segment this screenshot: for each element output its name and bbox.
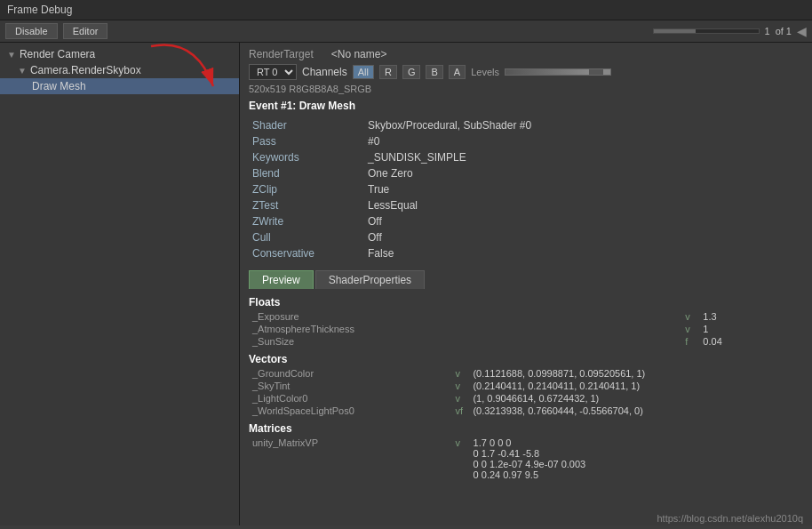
- pagination-thumb: [654, 29, 696, 33]
- prop-val: #0: [364, 133, 803, 149]
- prop-key: Shader: [249, 117, 364, 133]
- right-panel: RenderTarget <No name> RT 0 Channels All…: [240, 43, 812, 525]
- pagination-track[interactable]: [653, 28, 760, 34]
- title-bar-label: Frame Debug: [7, 4, 72, 16]
- prop-val: False: [364, 245, 803, 261]
- list-item: _GroundColorv(0.1121688, 0.0998871, 0.09…: [249, 367, 803, 380]
- prop-key: Keywords: [249, 149, 364, 165]
- channel-r-button[interactable]: R: [379, 65, 397, 79]
- prop-key: Blend: [249, 165, 364, 181]
- channel-b-button[interactable]: B: [426, 65, 442, 79]
- vectors-header: Vectors: [249, 353, 803, 365]
- prop-key: Cull: [249, 229, 364, 245]
- tree-label-render-camera: Render Camera: [20, 48, 95, 60]
- prop-val: Off: [364, 229, 803, 245]
- list-item: unity_MatrixVP v 1.7 0 0 00 1.7 -0.41 -5…: [249, 437, 803, 481]
- prop-key: Pass: [249, 133, 364, 149]
- list-item: _WorldSpaceLightPos0vf(0.3213938, 0.7660…: [249, 405, 803, 417]
- render-target-label: RenderTarget: [249, 48, 314, 60]
- table-row: ZClipTrue: [249, 181, 803, 197]
- shader-prop-value: (1, 0.9046614, 0.6724432, 1): [469, 392, 803, 405]
- list-item: _SkyTintv(0.2140411, 0.2140411, 0.214041…: [249, 380, 803, 392]
- table-row: Keywords_SUNDISK_SIMPLE: [249, 149, 803, 165]
- left-panel: ▼ Render Camera ▼ Camera.RenderSkybox Dr…: [0, 43, 240, 525]
- tree-label-draw-mesh: Draw Mesh: [32, 80, 86, 92]
- tab-preview[interactable]: Preview: [249, 270, 314, 289]
- shader-prop-key: _AtmosphereThickness: [249, 323, 681, 335]
- list-item: _LightColor0v(1, 0.9046614, 0.6724432, 1…: [249, 392, 803, 405]
- tree-label-camera-renderskybox: Camera.RenderSkybox: [30, 64, 141, 76]
- table-row: ConservativeFalse: [249, 245, 803, 261]
- rt-select[interactable]: RT 0: [249, 64, 297, 80]
- prop-val: Skybox/Procedural, SubShader #0: [364, 117, 803, 133]
- tab-shaderproperties[interactable]: ShaderProperties: [315, 270, 425, 289]
- editor-button[interactable]: Editor: [63, 23, 108, 39]
- shader-prop-key: unity_MatrixVP: [249, 437, 452, 481]
- shader-prop-type: v: [451, 392, 469, 405]
- table-row: CullOff: [249, 229, 803, 245]
- shader-prop-value: 1: [699, 323, 803, 335]
- shader-prop-type: f: [681, 335, 699, 348]
- prop-val: True: [364, 181, 803, 197]
- rt-controls: RT 0 Channels All R G B A Levels: [249, 64, 803, 80]
- render-target-value: <No name>: [331, 48, 387, 60]
- shader-prop-value: (0.2140411, 0.2140411, 0.2140411, 1): [469, 380, 803, 392]
- prop-key: ZWrite: [249, 213, 364, 229]
- event-title: Event #1: Draw Mesh: [249, 100, 803, 112]
- levels-label: Levels: [471, 67, 499, 77]
- table-row: ZTestLessEqual: [249, 197, 803, 213]
- table-row: ShaderSkybox/Procedural, SubShader #0: [249, 117, 803, 133]
- shader-prop-type: vf: [451, 405, 469, 417]
- floats-table: _Exposurev1.3_AtmosphereThicknessv1_SunS…: [249, 310, 803, 348]
- channel-g-button[interactable]: G: [402, 65, 421, 79]
- pagination-current: 1: [765, 26, 770, 36]
- prop-key: ZTest: [249, 197, 364, 213]
- properties-table: ShaderSkybox/Procedural, SubShader #0Pas…: [249, 117, 803, 261]
- title-bar: Frame Debug: [0, 0, 812, 20]
- pagination-controls: 1 of 1 ◀: [653, 24, 807, 38]
- tree-item-render-camera[interactable]: ▼ Render Camera: [0, 46, 239, 62]
- tree-arrow-render-camera: ▼: [7, 50, 16, 60]
- prop-val: Off: [364, 213, 803, 229]
- shader-prop-key: _SunSize: [249, 335, 681, 348]
- shader-prop-value: 0.04: [699, 335, 803, 348]
- prop-key: ZClip: [249, 181, 364, 197]
- shader-prop-type: v: [451, 380, 469, 392]
- table-row: ZWriteOff: [249, 213, 803, 229]
- channels-label: Channels: [302, 66, 347, 78]
- list-item: _Exposurev1.3: [249, 310, 803, 323]
- shader-prop-type: v: [681, 323, 699, 335]
- channel-a-button[interactable]: A: [449, 65, 466, 79]
- shader-prop-value: 1.3: [699, 310, 803, 323]
- footer-url: https://blog.csdn.net/alexhu2010q: [657, 513, 803, 524]
- shader-prop-value: 1.7 0 0 00 1.7 -0.41 -5.80 0 1.2e-07 4.9…: [470, 437, 803, 481]
- resolution-line: 520x519 R8G8B8A8_SRGB: [249, 84, 803, 94]
- nav-prev-arrow[interactable]: ◀: [797, 24, 807, 38]
- shader-prop-key: _LightColor0: [249, 392, 451, 405]
- main-layout: ▼ Render Camera ▼ Camera.RenderSkybox Dr…: [0, 43, 812, 525]
- tree-item-draw-mesh[interactable]: Draw Mesh: [0, 78, 239, 94]
- floats-header: Floats: [249, 296, 803, 309]
- levels-fill: [506, 69, 589, 75]
- tabs-bar: Preview ShaderProperties: [249, 270, 803, 289]
- prop-key: Conservative: [249, 245, 364, 261]
- tree-item-camera-renderskybox[interactable]: ▼ Camera.RenderSkybox: [0, 62, 239, 78]
- pagination-of: of 1: [776, 26, 792, 36]
- list-item: _AtmosphereThicknessv1: [249, 323, 803, 335]
- shader-prop-type: v: [452, 437, 470, 481]
- table-row: Pass#0: [249, 133, 803, 149]
- channel-all-button[interactable]: All: [353, 65, 374, 79]
- shader-prop-key: _Exposure: [249, 310, 681, 323]
- vectors-table: _GroundColorv(0.1121688, 0.0998871, 0.09…: [249, 367, 803, 417]
- prop-val: _SUNDISK_SIMPLE: [364, 149, 803, 165]
- levels-arrow: [603, 69, 610, 75]
- prop-val: LessEqual: [364, 197, 803, 213]
- tree-arrow-camera-renderskybox: ▼: [18, 66, 27, 76]
- matrices-header: Matrices: [249, 422, 803, 435]
- table-row: BlendOne Zero: [249, 165, 803, 181]
- shader-prop-value: (0.1121688, 0.0998871, 0.09520561, 1): [469, 367, 803, 380]
- disable-button[interactable]: Disable: [5, 23, 58, 39]
- levels-bar[interactable]: [505, 68, 611, 76]
- matrices-table: unity_MatrixVP v 1.7 0 0 00 1.7 -0.41 -5…: [249, 437, 803, 481]
- shader-prop-type: v: [681, 310, 699, 323]
